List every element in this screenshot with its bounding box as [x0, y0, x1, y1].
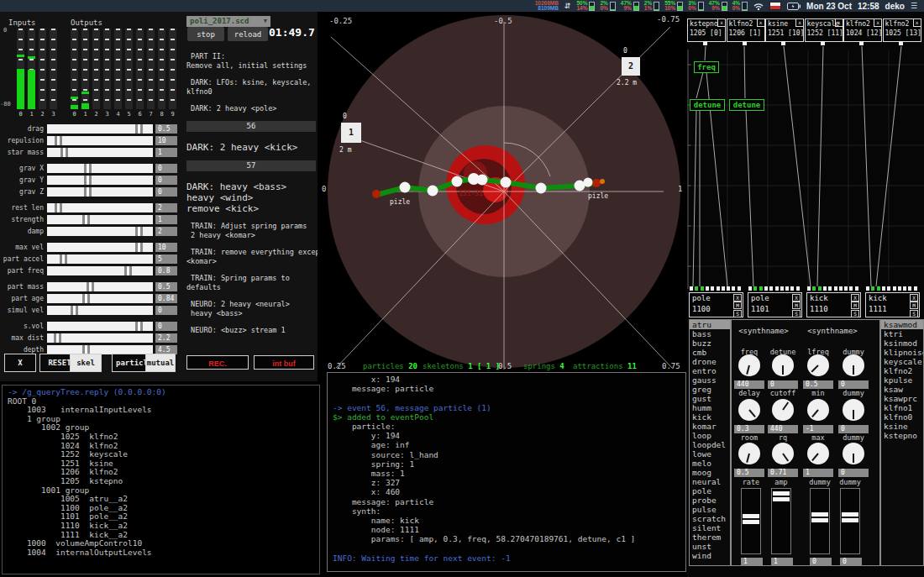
knob-min-1[interactable]: [807, 399, 829, 421]
lfo-item-kstepno[interactable]: kstepno: [881, 431, 923, 440]
particle-visualization[interactable]: -0.25-0.5-0.75010.250.50.75102 m202.2 m1…: [318, 12, 687, 380]
fader-handle[interactable]: [743, 514, 759, 524]
lfo-item-ksawprc[interactable]: ksawprc: [881, 394, 923, 403]
lfo-item-klfno0[interactable]: klfno0: [881, 412, 923, 422]
lfo-node-klfno2-4[interactable]: klfno21024 [12]x: [843, 18, 882, 42]
synthdef-item-bass[interactable]: bass: [690, 329, 730, 338]
synth-node-kick-1111[interactable]: kick1111XMS: [865, 292, 920, 317]
slider-handle[interactable]: [87, 282, 94, 291]
knob-lfreq-0[interactable]: [807, 354, 829, 376]
knob-value[interactable]: 440: [768, 425, 798, 433]
slider-handle[interactable]: [135, 322, 143, 331]
slider-track[interactable]: [47, 187, 153, 197]
slider-track[interactable]: [47, 254, 153, 264]
button-skel[interactable]: skel: [70, 354, 102, 372]
fader-value[interactable]: 0: [840, 558, 862, 566]
synthdef-list[interactable]: atrubassbuzzcmbdroneentrogaussgreggusthu…: [689, 319, 731, 566]
lfo-item-ksine[interactable]: ksine: [881, 422, 923, 431]
slider-handle[interactable]: [84, 176, 92, 185]
lfo-list[interactable]: ksawmodktriksinmodklipnoisekeyscaleklfno…: [880, 319, 924, 566]
slider-handle[interactable]: [135, 124, 143, 134]
synthdef-item-cmb[interactable]: cmb: [690, 348, 730, 357]
slider-track[interactable]: [47, 294, 153, 303]
lfo-node-klfno2-5[interactable]: klfno21025 [13]x: [883, 18, 921, 42]
fader-value[interactable]: 0: [810, 558, 832, 566]
lfo-item-kpulse[interactable]: kpulse: [881, 375, 923, 385]
knob-max-2[interactable]: [807, 443, 829, 464]
slider-value[interactable]: 0.84: [155, 294, 177, 303]
slider-track[interactable]: [47, 176, 153, 185]
slider-track[interactable]: [47, 282, 153, 291]
int-buf-button[interactable]: int buf: [254, 355, 314, 370]
synthdef-item-greg[interactable]: greg: [690, 385, 730, 394]
s-button[interactable]: S: [733, 310, 742, 317]
slider-handle[interactable]: [135, 243, 143, 252]
fader-dummy-3[interactable]: [840, 488, 860, 554]
slider-track[interactable]: [47, 322, 153, 331]
button-x[interactable]: X: [4, 354, 36, 372]
param-tag-detune-1[interactable]: detune: [690, 99, 725, 111]
close-icon[interactable]: x: [717, 19, 725, 27]
lfo-item-ksawmod[interactable]: ksawmod: [881, 320, 923, 329]
synthdef-item-neural[interactable]: neural: [690, 477, 730, 486]
synthdef-item-loop[interactable]: loop: [690, 431, 730, 440]
synthdef-item-atru[interactable]: atru: [690, 320, 730, 329]
fader-dummy-2[interactable]: [810, 488, 830, 554]
slider-value[interactable]: 5: [155, 254, 177, 264]
m-button[interactable]: M: [792, 302, 801, 309]
hand-marker-2[interactable]: 2: [622, 57, 640, 76]
synthdef-item-kick[interactable]: kick: [690, 412, 730, 422]
lfo-item-ksinmod[interactable]: ksinmod: [881, 338, 923, 348]
lfo-item-klfno2[interactable]: klfno2: [881, 366, 923, 375]
slider-track[interactable]: [47, 136, 153, 145]
menubar-user[interactable]: deko: [885, 2, 905, 11]
fader-handle[interactable]: [773, 491, 790, 501]
synthdef-item-scratch[interactable]: scratch: [690, 514, 730, 523]
slider-handle[interactable]: [55, 136, 62, 145]
fader-handle[interactable]: [811, 512, 828, 522]
synthdef-item-entro[interactable]: entro: [690, 366, 730, 375]
synthdef-item-unst[interactable]: unst: [690, 542, 730, 551]
knob-delay-1[interactable]: [738, 399, 760, 421]
close-icon[interactable]: x: [874, 19, 881, 27]
slider-value[interactable]: 2.2: [155, 333, 177, 343]
slider-value[interactable]: 1: [155, 148, 177, 157]
knob-detune-0[interactable]: [772, 354, 794, 376]
slider-handle[interactable]: [60, 148, 68, 157]
close-icon[interactable]: x: [835, 19, 843, 27]
lfo-item-klipnoise[interactable]: klipnoise: [881, 348, 923, 357]
record-button[interactable]: REC.: [186, 355, 249, 370]
synthdef-item-drone[interactable]: drone: [690, 357, 730, 366]
m-button[interactable]: M: [733, 302, 742, 309]
slider-track[interactable]: [47, 124, 153, 134]
synthdef-item-pole[interactable]: pole: [690, 486, 730, 496]
event-counter[interactable]: 56: [186, 121, 316, 132]
slider-handle[interactable]: [54, 333, 61, 343]
synthdef-item-gauss[interactable]: gauss: [690, 375, 730, 385]
slider-handle[interactable]: [135, 227, 143, 236]
knob-dummy-1[interactable]: [843, 399, 864, 421]
slider-handle[interactable]: [84, 164, 92, 173]
slider-track[interactable]: [47, 333, 153, 343]
synthdef-item-wind[interactable]: wind: [690, 551, 730, 560]
slider-value[interactable]: 0.8: [155, 266, 177, 275]
slider-value[interactable]: 2: [155, 227, 177, 236]
slider-value[interactable]: 0: [155, 322, 177, 331]
slider-track[interactable]: [47, 227, 153, 236]
slider-track[interactable]: [47, 215, 153, 224]
lfo-node-ksine-2[interactable]: ksine1251 [10]x: [765, 18, 804, 42]
synth-node-kick-1110[interactable]: kick1110XMS: [806, 292, 861, 317]
knob-value[interactable]: 0: [838, 425, 869, 433]
slider-track[interactable]: [47, 148, 153, 157]
fader-handle[interactable]: [842, 512, 858, 522]
menu-list-icon[interactable]: ☰: [911, 2, 917, 10]
x-button[interactable]: X: [792, 294, 801, 302]
lfo-item-keyscale[interactable]: keyscale: [881, 357, 923, 366]
hand-marker-1[interactable]: 1: [341, 123, 361, 143]
lfo-item-ktri[interactable]: ktri: [881, 329, 923, 338]
lfo-item-ksaw[interactable]: ksaw: [881, 385, 923, 394]
synthdef-item-komar[interactable]: komar: [690, 422, 730, 431]
knob-value[interactable]: 0.5: [734, 469, 764, 477]
m-button[interactable]: M: [910, 302, 918, 309]
knob-room-2[interactable]: [738, 443, 760, 464]
